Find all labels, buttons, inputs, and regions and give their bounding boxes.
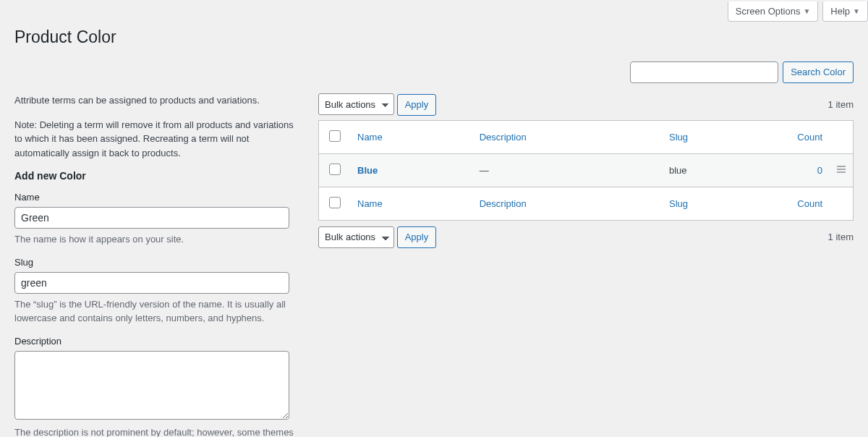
table-row: Blue — blue 0 (319, 153, 854, 187)
row-description: — (472, 153, 662, 187)
description-field[interactable] (14, 351, 289, 420)
bulk-actions-select-top[interactable]: Bulk actions (318, 93, 394, 115)
item-count-top: 1 item (828, 99, 854, 110)
search-input[interactable] (630, 61, 778, 83)
col-count[interactable]: Count (797, 132, 822, 143)
row-slug: blue (662, 153, 765, 187)
chevron-down-icon: ▼ (803, 7, 810, 15)
select-all-bottom[interactable] (329, 197, 341, 208)
help-button[interactable]: Help ▼ (822, 1, 868, 22)
name-label: Name (14, 192, 304, 203)
page-title: Product Color (14, 27, 854, 47)
intro-text: Attribute terms can be assigned to produ… (14, 93, 304, 160)
row-checkbox[interactable] (329, 164, 341, 175)
screen-options-button[interactable]: Screen Options ▼ (728, 1, 819, 22)
description-help: The description is not prominent by defa… (14, 426, 304, 437)
col-name-foot[interactable]: Name (357, 198, 383, 209)
col-name[interactable]: Name (357, 132, 383, 143)
bulk-actions-select-bottom[interactable]: Bulk actions (318, 226, 394, 248)
row-name-link[interactable]: Blue (357, 165, 378, 176)
intro-p2: Note: Deleting a term will remove it fro… (14, 118, 304, 161)
terms-table: Name Description Slug Count Blue — blue … (318, 120, 854, 221)
col-description[interactable]: Description (480, 132, 527, 143)
chevron-down-icon: ▼ (853, 7, 860, 15)
select-all-top[interactable] (329, 130, 341, 142)
name-help: The name is how it appears on your site. (14, 233, 304, 247)
search-button[interactable]: Search Color (783, 61, 854, 83)
col-slug-foot[interactable]: Slug (669, 198, 688, 209)
apply-button-top[interactable]: Apply (397, 94, 437, 116)
drag-handle-icon[interactable] (837, 164, 846, 174)
intro-p1: Attribute terms can be assigned to produ… (14, 93, 304, 108)
help-label: Help (830, 6, 850, 17)
apply-button-bottom[interactable]: Apply (397, 226, 437, 248)
slug-label: Slug (14, 257, 304, 268)
description-label: Description (14, 336, 304, 347)
form-heading: Add new Color (14, 170, 304, 182)
col-count-foot[interactable]: Count (797, 198, 822, 209)
row-count-link[interactable]: 0 (817, 165, 822, 176)
slug-field[interactable] (14, 272, 289, 294)
col-description-foot[interactable]: Description (480, 198, 527, 209)
col-slug[interactable]: Slug (669, 132, 688, 143)
item-count-bottom: 1 item (828, 232, 854, 242)
name-field[interactable] (14, 207, 289, 229)
slug-help: The “slug” is the URL-friendly version o… (14, 298, 304, 326)
screen-options-label: Screen Options (736, 6, 801, 17)
